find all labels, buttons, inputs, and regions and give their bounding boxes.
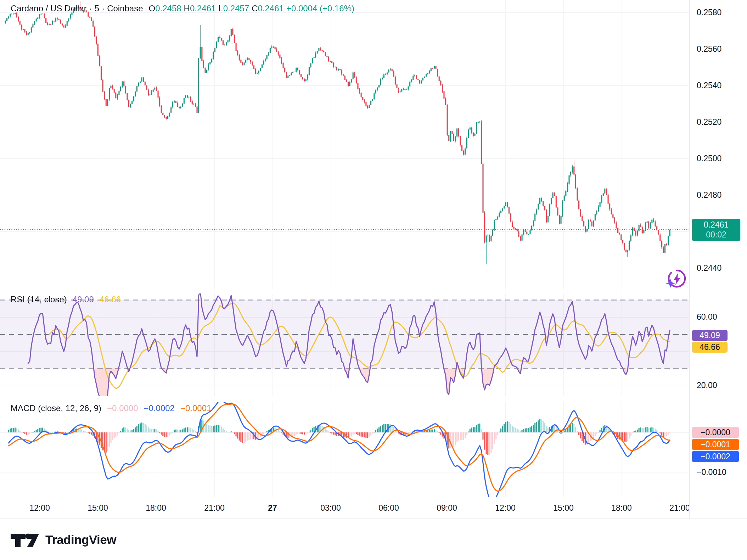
time-axis-label: 12:00: [495, 503, 516, 513]
macd-title[interactable]: MACD (close, 12, 26, 9): [11, 403, 101, 413]
time-axis[interactable]: 12:0015:0018:0021:002703:0006:0009:0012:…: [0, 497, 747, 519]
rsi-legend[interactable]: RSI (14, close) 49.09 46.66: [11, 295, 121, 304]
indicator-axis-label: −0.0010: [697, 467, 726, 477]
change-value: +0.0004 (+0.16%): [286, 4, 354, 13]
time-axis-label: 12:00: [29, 503, 50, 513]
macd-line-value: −0.0002: [144, 403, 175, 413]
time-axis-label: 15:00: [553, 503, 574, 513]
price-axis-label: 0.2500: [697, 153, 721, 163]
low-value: 0.2457: [223, 4, 249, 13]
tradingview-mark-icon: [11, 532, 40, 548]
macd-axis-badge: −0.0002: [692, 451, 739, 462]
brand-name: TradingView: [45, 533, 116, 547]
time-axis-label: 21:00: [669, 503, 690, 513]
time-axis-label: 27: [268, 503, 277, 513]
high-label: H: [184, 4, 190, 13]
close-value: 0.2461: [258, 4, 283, 13]
macd-axis-badge: −0.0000: [692, 427, 739, 438]
close-label: C: [252, 4, 258, 13]
boost-button[interactable]: [666, 268, 687, 289]
rsi-axis-badge: 46.66: [692, 342, 728, 353]
rsi-axis-badge: 49.09: [692, 330, 728, 341]
legend-separator: ·: [102, 4, 105, 13]
price-axis-label: 0.2440: [697, 263, 721, 273]
price-axis-label: 0.2540: [697, 80, 721, 90]
time-axis-label: 06:00: [378, 503, 399, 513]
time-axis-label: 15:00: [88, 503, 108, 513]
symbol-name[interactable]: Cardano / US Dollar: [11, 4, 87, 13]
tradingview-chart-window: Cardano / US Dollar · 5 · Coinbase O0.24…: [0, 0, 747, 560]
time-axis-label: 18:00: [146, 503, 166, 513]
bar-countdown: 00:02: [692, 230, 740, 240]
macd-hist-value: −0.0000: [107, 403, 138, 413]
open-value: 0.2458: [155, 4, 181, 13]
tradingview-logo[interactable]: TradingView: [11, 532, 116, 548]
rsi-ma-value: 46.66: [100, 295, 121, 304]
price-axis-label: 0.2560: [697, 44, 721, 54]
interval-label[interactable]: 5: [95, 4, 99, 13]
price-axis-label: 0.2580: [697, 7, 721, 17]
time-axis-label: 18:00: [611, 503, 632, 513]
rsi-title[interactable]: RSI (14, close): [11, 295, 67, 304]
macd-axis-badge: −0.0001: [692, 439, 739, 450]
time-axis-label: 21:00: [204, 503, 225, 513]
last-price-badge: 0.2461 00:02: [692, 219, 740, 241]
symbol-legend[interactable]: Cardano / US Dollar · 5 · Coinbase O0.24…: [11, 4, 354, 13]
high-value: 0.2461: [190, 4, 216, 13]
low-label: L: [218, 4, 223, 13]
lightning-circle-icon: [666, 268, 687, 289]
price-axis-label: 0.2480: [697, 190, 721, 200]
price-axis-label: 0.2520: [697, 117, 721, 127]
time-axis-label: 09:00: [437, 503, 457, 513]
chart-canvas[interactable]: [0, 0, 747, 560]
price-axis[interactable]: 0.2461 00:02 0.25800.25600.25400.25200.2…: [689, 0, 747, 519]
macd-signal-value: −0.0001: [180, 403, 211, 413]
indicator-axis-label: 60.00: [697, 312, 717, 322]
time-axis-label: 03:00: [320, 503, 341, 513]
macd-legend[interactable]: MACD (close, 12, 26, 9) −0.0000 −0.0002 …: [11, 403, 211, 413]
last-price-value: 0.2461: [692, 220, 740, 230]
rsi-value: 49.09: [73, 295, 94, 304]
indicator-axis-label: 20.00: [697, 380, 717, 390]
exchange-label: Coinbase: [107, 4, 143, 13]
legend-separator: ·: [89, 4, 92, 13]
open-label: O: [149, 4, 156, 13]
